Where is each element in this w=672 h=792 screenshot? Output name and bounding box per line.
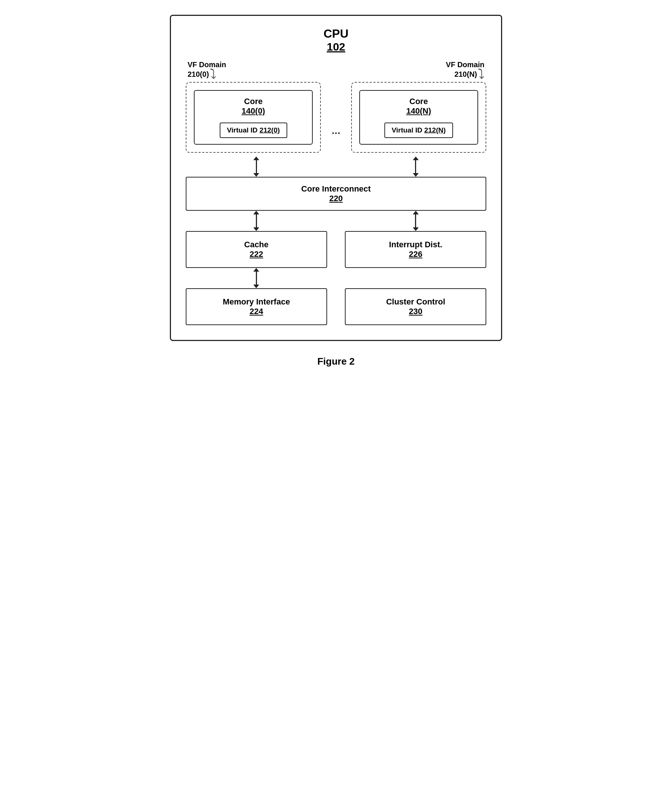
page-container: CPU 102 VF Domain 210(0) ⤵ VF Domain 210…	[170, 15, 502, 367]
interconnect-to-bottom-arrows	[186, 211, 486, 231]
arrow-down-interrupt	[413, 227, 419, 231]
arrow-up-right	[413, 156, 419, 160]
core-right-box: Core 140(N) Virtual ID 212(N)	[359, 90, 478, 145]
core-interconnect-box: Core Interconnect 220	[186, 177, 486, 211]
virtual-id-right: Virtual ID 212(N)	[384, 123, 453, 138]
vid-right-number: 212(N)	[424, 126, 446, 134]
arrow-line-memory	[256, 271, 257, 284]
core-right-number: 140(N)	[367, 106, 470, 116]
interrupt-number: 226	[353, 249, 478, 259]
core-interconnect-row: Core Interconnect 220	[186, 177, 486, 211]
arrow-right-bi	[413, 156, 419, 177]
arrow-line-right	[415, 160, 416, 173]
arrow-cache-bi	[253, 211, 259, 231]
vf-domain-right-number: 210(N)	[454, 70, 477, 78]
arrow-up-cache	[253, 211, 259, 214]
arrow-line-cache	[256, 214, 257, 227]
arrow-up-memory	[253, 268, 259, 271]
memory-cluster-row: Memory Interface 224 Cluster Control 230	[186, 288, 486, 325]
cpu-number: 102	[186, 41, 486, 53]
vf-domain-right: Core 140(N) Virtual ID 212(N)	[351, 82, 486, 153]
cache-label: Cache	[194, 240, 319, 249]
vid-left-number: 212(0)	[259, 126, 280, 134]
vf-left-label-group: VF Domain 210(0) ⤵	[186, 61, 321, 80]
arrow-up-interrupt	[413, 211, 419, 214]
cache-number: 222	[194, 249, 319, 259]
arrow-memory-container	[186, 268, 327, 288]
arrow-up-left	[253, 156, 259, 160]
arrow-line-interrupt	[415, 214, 416, 227]
vf-right-label-group: VF Domain 210(N) ⤵	[351, 61, 486, 80]
cache-box: Cache 222	[186, 231, 327, 268]
vf-domains-row: Core 140(0) Virtual ID 212(0) ... Core 1…	[186, 82, 486, 153]
arrow-cache-container	[186, 211, 327, 231]
arrow-right-container	[345, 156, 486, 177]
core-interconnect-label: Core Interconnect	[194, 184, 478, 194]
right-brace-icon: ⤵	[478, 69, 485, 80]
memory-wrapper: Memory Interface 224	[186, 288, 327, 325]
arrow-line-left	[256, 160, 257, 173]
vf-domain-right-box: Core 140(N) Virtual ID 212(N)	[351, 82, 486, 153]
arrow-cluster-placeholder	[345, 268, 486, 288]
figure-caption: Figure 2	[317, 356, 354, 367]
memory-box: Memory Interface 224	[186, 288, 327, 325]
cluster-box: Cluster Control 230	[345, 288, 486, 325]
arrow-memory-bi	[253, 268, 259, 288]
interrupt-wrapper: Interrupt Dist. 226	[345, 231, 486, 268]
arrow-interrupt-container	[345, 211, 486, 231]
arrow-left-bi	[253, 156, 259, 177]
core-left-label: Core	[202, 97, 305, 106]
vf-domain-left: Core 140(0) Virtual ID 212(0)	[186, 82, 321, 153]
vf-domain-left-label: VF Domain	[187, 61, 226, 69]
arrow-down-left	[253, 173, 259, 177]
interrupt-label: Interrupt Dist.	[353, 240, 478, 249]
core-left-box: Core 140(0) Virtual ID 212(0)	[194, 90, 313, 145]
cpu-outer-box: CPU 102 VF Domain 210(0) ⤵ VF Domain 210…	[170, 15, 502, 341]
memory-number: 224	[194, 307, 319, 316]
cluster-label: Cluster Control	[353, 297, 478, 307]
cache-wrapper: Cache 222	[186, 231, 327, 268]
core-interconnect-number: 220	[194, 194, 478, 203]
arrow-interrupt-bi	[413, 211, 419, 231]
cache-interrupt-row: Cache 222 Interrupt Dist. 226	[186, 231, 486, 268]
cluster-wrapper: Cluster Control 230	[345, 288, 486, 325]
core-right-label: Core	[367, 97, 470, 106]
cpu-label: CPU	[186, 27, 486, 41]
arrow-down-memory	[253, 284, 259, 288]
arrow-down-cache	[253, 227, 259, 231]
cluster-number: 230	[353, 307, 478, 316]
vf-to-interconnect-arrows	[186, 156, 486, 177]
arrow-down-right	[413, 173, 419, 177]
virtual-id-left: Virtual ID 212(0)	[220, 123, 287, 138]
vid-left-label: Virtual ID	[227, 126, 259, 134]
interrupt-box: Interrupt Dist. 226	[345, 231, 486, 268]
left-brace-icon: ⤵	[210, 69, 216, 80]
vf-top-labels: VF Domain 210(0) ⤵ VF Domain 210(N) ⤵	[186, 61, 486, 80]
arrow-left-container	[186, 156, 327, 177]
cpu-title: CPU 102	[186, 27, 486, 53]
vf-domain-left-number: 210(0)	[187, 70, 209, 78]
cache-to-memory-arrows	[186, 268, 486, 288]
vf-domain-left-box: Core 140(0) Virtual ID 212(0)	[186, 82, 321, 153]
ellipsis: ...	[331, 125, 340, 137]
vid-right-label: Virtual ID	[392, 126, 424, 134]
core-left-number: 140(0)	[202, 106, 305, 116]
memory-label: Memory Interface	[194, 297, 319, 307]
